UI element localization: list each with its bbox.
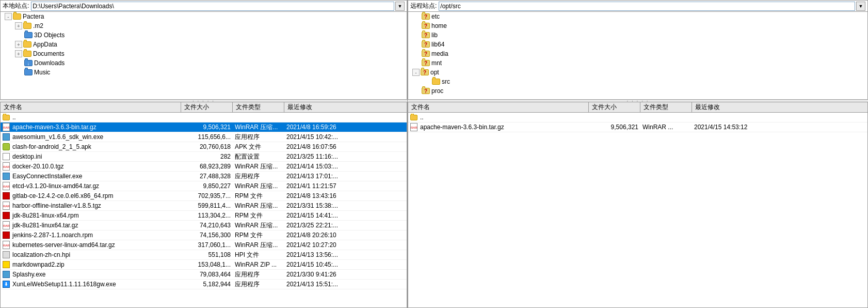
left-file-row[interactable]: markdownpad2.zip 153,048,1... WinRAR ZIP… <box>1 260 407 270</box>
file-date: 2021/4/13 15:51:... <box>284 281 362 288</box>
left-file-row[interactable]: RAR docker-20.10.0.tgz 68,923,289 WinRAR… <box>1 162 407 172</box>
right-path-label: 远程站点: <box>410 2 437 10</box>
tree-item-label: Documents <box>33 50 65 57</box>
file-type: WinRAR 压缩... <box>233 123 284 132</box>
left-file-row[interactable]: gitlab-ce-12.4.2-ce.0.el6.x86_64.rpm 702… <box>1 191 407 201</box>
right-file-row[interactable]: .. <box>408 113 867 122</box>
right-path-input[interactable] <box>439 2 855 11</box>
left-file-row[interactable]: EasyConnectInstaller.exe 27,488,328 应用程序… <box>1 172 407 181</box>
file-size: 153,048,1... <box>181 261 233 268</box>
left-path-bar: 本地站点: ▼ <box>0 0 407 11</box>
file-size: 9,506,321 <box>589 124 640 131</box>
tree-toggle[interactable]: + <box>15 22 22 29</box>
file-name: jenkins-2.287-1.1.noarch.rpm <box>1 231 181 239</box>
left-file-row[interactable]: .. <box>1 113 407 122</box>
right-path-dropdown[interactable]: ▼ <box>856 2 865 11</box>
file-size: 74,156,300 <box>181 232 233 239</box>
left-tree-item[interactable]: + .m2 <box>1 21 407 30</box>
file-name: RAR apache-maven-3.6.3-bin.tar.gz <box>408 123 589 131</box>
left-tree-item[interactable]: + Documents <box>1 49 407 58</box>
left-file-row[interactable]: ⬇ XunLeiWebSetup11.1.11.1618gw.exe 5,182… <box>1 280 407 289</box>
file-type: WinRAR 压缩... <box>233 162 284 171</box>
file-type: 配置设置 <box>233 152 284 161</box>
left-path-input[interactable] <box>31 2 394 11</box>
right-col-date[interactable]: 最近修改 <box>692 102 785 112</box>
left-tree-item[interactable]: - Pactera <box>1 12 407 21</box>
left-file-row[interactable]: jdk-8u281-linux-x64.rpm 113,304,2... RPM… <box>1 211 407 221</box>
left-file-row[interactable]: Splashy.exe 79,083,464 应用程序 2021/3/30 9:… <box>1 270 407 280</box>
left-col-type[interactable]: 文件类型 <box>233 102 284 112</box>
right-file-list-area: 文件名 文件大小 文件类型 最近修改 .. RAR apache-maven-3… <box>408 102 868 308</box>
file-date: 2021/4/14 15:03:... <box>284 163 362 170</box>
left-file-row[interactable]: localization-zh-cn.hpi 551,108 HPI 文件 20… <box>1 250 407 260</box>
right-tree-item[interactable]: ? proc <box>408 86 867 96</box>
left-file-row[interactable]: jenkins-2.287-1.1.noarch.rpm 74,156,300 … <box>1 230 407 240</box>
left-file-row[interactable]: desktop.ini 282 配置设置 2021/3/25 11:16:... <box>1 152 407 162</box>
file-date: 2021/4/8 20:26:10 <box>284 232 362 239</box>
tree-item-label: AppData <box>33 41 57 48</box>
file-date: 2021/3/25 11:16:... <box>284 153 362 160</box>
file-name: gitlab-ce-12.4.2-ce.0.el6.x86_64.rpm <box>1 192 181 200</box>
file-name: Splashy.exe <box>1 270 181 279</box>
file-name: EasyConnectInstaller.exe <box>1 172 181 180</box>
tree-item-label: media <box>431 50 448 57</box>
file-type: 应用程序 <box>233 133 284 142</box>
file-size: 282 <box>181 153 233 160</box>
left-tree-item[interactable]: 3D Objects <box>1 30 407 40</box>
right-tree-item[interactable]: src <box>408 77 867 86</box>
left-col-filename[interactable]: 文件名 <box>1 102 181 112</box>
file-type: WinRAR 压缩... <box>233 182 284 191</box>
left-file-row[interactable]: clash-for-android_2_1_5.apk 20,760,618 A… <box>1 142 407 152</box>
file-size: 9,506,321 <box>181 124 233 131</box>
left-path-dropdown[interactable]: ▼ <box>395 2 405 11</box>
right-col-filename[interactable]: 文件名 <box>408 102 589 112</box>
left-file-row[interactable]: RAR apache-maven-3.6.3-bin.tar.gz 9,506,… <box>1 122 407 132</box>
right-file-row[interactable]: RAR apache-maven-3.6.3-bin.tar.gz 9,506,… <box>408 122 867 132</box>
left-tree-item[interactable]: + AppData <box>1 40 407 49</box>
file-type: WinRAR 压缩... <box>233 202 284 210</box>
file-size: 317,060,1... <box>181 241 233 249</box>
right-file-rows: .. RAR apache-maven-3.6.3-bin.tar.gz 9,5… <box>408 113 867 307</box>
tree-item-label: mnt <box>431 59 442 67</box>
left-tree-area: - Pactera+ .m2 3D Objects+ AppData+ Docu… <box>0 11 407 99</box>
left-col-size[interactable]: 文件大小 <box>181 102 233 112</box>
tree-item-label: 3D Objects <box>34 32 65 39</box>
file-date: 2021/3/25 22:21:... <box>284 222 362 229</box>
tree-toggle[interactable]: - <box>412 69 420 76</box>
file-type: WinRAR ... <box>640 124 692 131</box>
file-size: 74,210,643 <box>181 222 233 229</box>
right-tree-item[interactable]: ? home <box>408 21 867 30</box>
right-tree-item[interactable]: ? media <box>408 49 867 58</box>
right-tree-item[interactable]: - ? opt <box>408 68 867 77</box>
right-col-type[interactable]: 文件类型 <box>640 102 692 112</box>
left-panel: 本地站点: ▼ - Pactera+ .m2 3D Objects+ AppDa… <box>0 0 408 308</box>
right-path-bar: 远程站点: ▼ <box>408 0 868 11</box>
right-tree-item[interactable]: ? lib64 <box>408 40 867 49</box>
right-col-size[interactable]: 文件大小 <box>589 102 640 112</box>
left-file-row[interactable]: awesomium_v1.6.6_sdk_win.exe 115,656,6..… <box>1 132 407 142</box>
file-name: clash-for-android_2_1_5.apk <box>1 143 181 151</box>
left-tree-item[interactable]: Music <box>1 68 407 77</box>
right-tree-item[interactable]: ? mnt <box>408 58 867 68</box>
file-date: 2021/4/15 10:42:... <box>284 133 362 141</box>
file-type: HPI 文件 <box>233 251 284 259</box>
file-date: 2021/4/2 10:27:20 <box>284 241 362 249</box>
right-tree-item[interactable]: ? lib <box>408 30 867 40</box>
tree-toggle[interactable]: + <box>15 50 22 57</box>
left-file-row[interactable]: RAR jdk-8u281-linux64.tar.gz 74,210,643 … <box>1 221 407 230</box>
left-col-date[interactable]: 最近修改 <box>284 102 362 112</box>
left-file-rows: .. RAR apache-maven-3.6.3-bin.tar.gz 9,5… <box>1 113 407 307</box>
left-file-row[interactable]: RAR harbor-offline-installer-v1.8.5.tgz … <box>1 201 407 211</box>
file-size: 20,760,618 <box>181 143 233 150</box>
tree-toggle[interactable]: + <box>15 41 22 48</box>
file-size: 68,923,289 <box>181 163 233 170</box>
file-name: ⬇ XunLeiWebSetup11.1.11.1618gw.exe <box>1 280 181 288</box>
tree-toggle[interactable]: - <box>5 13 12 20</box>
right-col-headers: 文件名 文件大小 文件类型 最近修改 <box>408 102 867 113</box>
left-tree-item[interactable]: ↓ Downloads <box>1 58 407 68</box>
left-file-row[interactable]: RAR kubernetes-server-linux-amd64.tar.gz… <box>1 240 407 250</box>
file-name: RAR jdk-8u281-linux64.tar.gz <box>1 221 181 229</box>
right-tree-item[interactable]: ? etc <box>408 12 867 21</box>
file-name: jdk-8u281-linux-x64.rpm <box>1 211 181 220</box>
left-file-row[interactable]: RAR etcd-v3.1.20-linux-amd64.tar.gz 9,85… <box>1 181 407 191</box>
